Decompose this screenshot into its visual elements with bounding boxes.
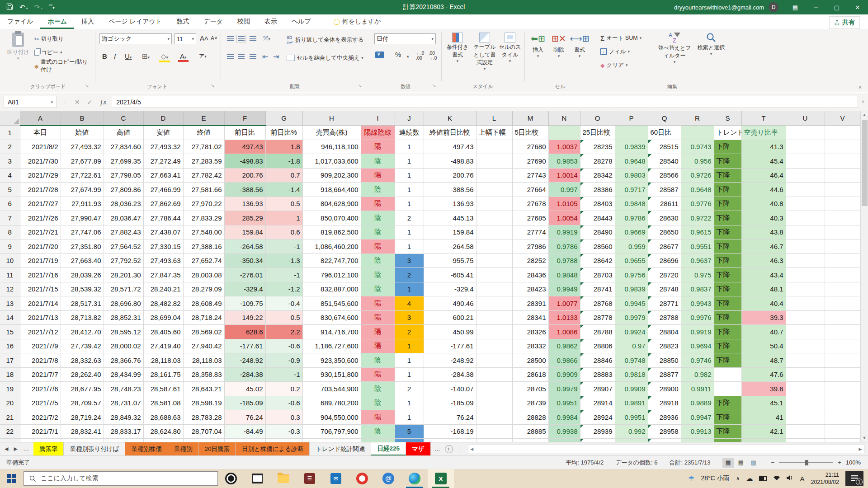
cell-K9[interactable]: -264.58 — [424, 239, 476, 254]
cell-F9[interactable]: -264.58 — [224, 239, 265, 254]
column-header-F[interactable]: F — [224, 111, 265, 126]
sheet-tab-9[interactable]: マザ — [406, 442, 431, 455]
tab-page-layout[interactable]: ページ レイアウト — [101, 15, 169, 29]
cell-O18[interactable]: 28883 — [580, 367, 615, 382]
cell-S22[interactable]: 下降 — [714, 424, 741, 439]
cell-B3[interactable]: 27,677.89 — [61, 154, 104, 169]
cell-R14[interactable]: 0.9976 — [681, 310, 714, 325]
cell-B22[interactable]: 28,832.41 — [61, 424, 104, 439]
zoom-in-icon[interactable]: + — [838, 459, 841, 466]
cell-Q2[interactable]: 28515 — [648, 140, 681, 154]
cell-J11[interactable]: 2 — [395, 268, 424, 282]
cell-O14[interactable]: 28778 — [580, 310, 615, 325]
cell-P11[interactable]: 0.9756 — [615, 268, 648, 282]
cell-A22[interactable]: 2021/7/1 — [20, 424, 61, 439]
row-header-11[interactable]: 11 — [0, 268, 20, 282]
cell-R19[interactable]: 0.9911 — [681, 382, 714, 396]
cell-R5[interactable]: 0.9648 — [681, 183, 714, 197]
cell-R17[interactable]: 0.9746 — [681, 353, 714, 368]
cell-D6[interactable]: 27,862.69 — [143, 197, 183, 211]
cell-E17[interactable]: 28,118.03 — [183, 353, 224, 368]
header-cell-D1[interactable]: 安値 — [143, 126, 183, 140]
cell-I2[interactable]: 陽 — [361, 140, 395, 154]
header-cell-O1[interactable]: 25日比較 — [580, 126, 615, 140]
cell-S23[interactable]: 下降 — [714, 439, 741, 442]
sort-filter-button[interactable]: AZ 並べ替えとフィルター▾ — [656, 33, 693, 64]
header-cell-M1[interactable]: 5日比較 — [512, 126, 548, 140]
cell-S11[interactable]: 下降 — [714, 268, 741, 282]
cell-U23[interactable] — [786, 439, 825, 442]
column-header-O[interactable]: O — [580, 111, 615, 126]
cell-O7[interactable]: 28443 — [580, 211, 615, 225]
column-header-U[interactable]: U — [786, 111, 825, 126]
increase-font-icon[interactable]: A˄ — [198, 34, 210, 42]
cell-Q8[interactable]: 28650 — [648, 225, 681, 239]
cell-D9[interactable]: 27,330.15 — [143, 239, 183, 254]
cell-J5[interactable]: 1 — [395, 183, 424, 197]
cell-I19[interactable]: 陰 — [361, 382, 395, 396]
cell-C17[interactable]: 28,366.76 — [104, 353, 143, 368]
cell-A10[interactable]: 2021/7/19 — [20, 253, 61, 268]
cell-B16[interactable]: 27,739.42 — [61, 339, 104, 353]
onedrive-icon[interactable]: ☁ — [746, 474, 753, 483]
cell-U3[interactable] — [786, 154, 825, 169]
cell-L19[interactable] — [476, 382, 512, 396]
cell-C6[interactable]: 28,036.23 — [104, 197, 143, 211]
tab-data[interactable]: データ — [196, 15, 230, 29]
cell-H22[interactable]: 706,797,900 — [302, 424, 361, 439]
scroll-up-icon[interactable]: ▲ — [861, 111, 868, 119]
cell-L3[interactable] — [476, 154, 512, 169]
cell-M9[interactable]: 27986 — [512, 239, 548, 254]
cell-D5[interactable]: 27,466.99 — [143, 183, 183, 197]
row-header-17[interactable]: 17 — [0, 353, 20, 368]
cell-V19[interactable] — [825, 382, 860, 396]
cell-D8[interactable]: 27,438.07 — [143, 225, 183, 239]
cell-R22[interactable]: 0.9913 — [681, 424, 714, 439]
cell-Q19[interactable]: 28900 — [648, 382, 681, 396]
header-cell-I1[interactable]: 陽線陰線 — [361, 126, 395, 140]
sheet-tab-7[interactable]: トレンド統計関連 — [310, 442, 371, 455]
cell-K2[interactable]: 497.43 — [424, 140, 476, 154]
cell-V14[interactable] — [825, 310, 860, 325]
cell-S21[interactable]: 下降 — [714, 410, 741, 425]
cell-E15[interactable]: 28,569.02 — [183, 325, 224, 339]
cell-N15[interactable]: 1.0086 — [548, 325, 580, 339]
cell-G23[interactable]: -0.1 — [265, 439, 302, 442]
cell-S16[interactable]: 下降 — [714, 339, 741, 353]
cell-A4[interactable]: 2021/7/29 — [20, 168, 61, 183]
cell-I16[interactable]: 陽 — [361, 339, 395, 353]
cell-C4[interactable]: 27,798.05 — [104, 168, 143, 183]
cell-L9[interactable] — [476, 239, 512, 254]
cell-L10[interactable] — [476, 253, 512, 268]
cell-N5[interactable]: 0.997 — [548, 183, 580, 197]
cell-O15[interactable]: 28788 — [580, 325, 615, 339]
cell-H3[interactable]: 1,017,033,600 — [302, 154, 361, 169]
cell-C19[interactable]: 28,748.23 — [104, 382, 143, 396]
sheet-nav-left-icon[interactable]: ◀ — [5, 446, 8, 452]
align-top-icon[interactable] — [227, 36, 234, 41]
cell-I23[interactable]: 陰 — [361, 439, 395, 442]
vertical-scroll-thumb[interactable] — [862, 120, 868, 206]
cell-R11[interactable]: 0.975 — [681, 268, 714, 282]
cell-T4[interactable]: 46.4 — [741, 168, 786, 183]
cell-G17[interactable]: -0.9 — [265, 353, 302, 368]
column-header-B[interactable]: B — [61, 111, 104, 126]
align-bottom-icon[interactable] — [250, 36, 256, 41]
alignment-dialog-launcher-icon[interactable]: ↘ — [358, 83, 362, 88]
cell-U22[interactable] — [786, 424, 825, 439]
cell-U10[interactable] — [786, 253, 825, 268]
cell-Q13[interactable]: 28771 — [648, 296, 681, 311]
cell-T19[interactable]: 39.6 — [741, 382, 786, 396]
cell-G12[interactable]: -1.2 — [265, 282, 302, 296]
column-header-A[interactable]: A — [20, 111, 61, 126]
cell-I9[interactable]: 陽 — [361, 239, 395, 254]
cell-P14[interactable]: 0.9979 — [615, 310, 648, 325]
cell-J16[interactable]: 1 — [395, 339, 424, 353]
cell-M17[interactable]: 28500 — [512, 353, 548, 368]
cell-L6[interactable] — [476, 197, 512, 211]
cell-M21[interactable]: 28828 — [512, 410, 548, 425]
cell-E21[interactable]: 28,783.28 — [183, 410, 224, 425]
row-header-23[interactable]: 23 — [0, 439, 20, 442]
taskbar-edge[interactable] — [401, 469, 428, 488]
cell-A19[interactable]: 2021/7/6 — [20, 382, 61, 396]
